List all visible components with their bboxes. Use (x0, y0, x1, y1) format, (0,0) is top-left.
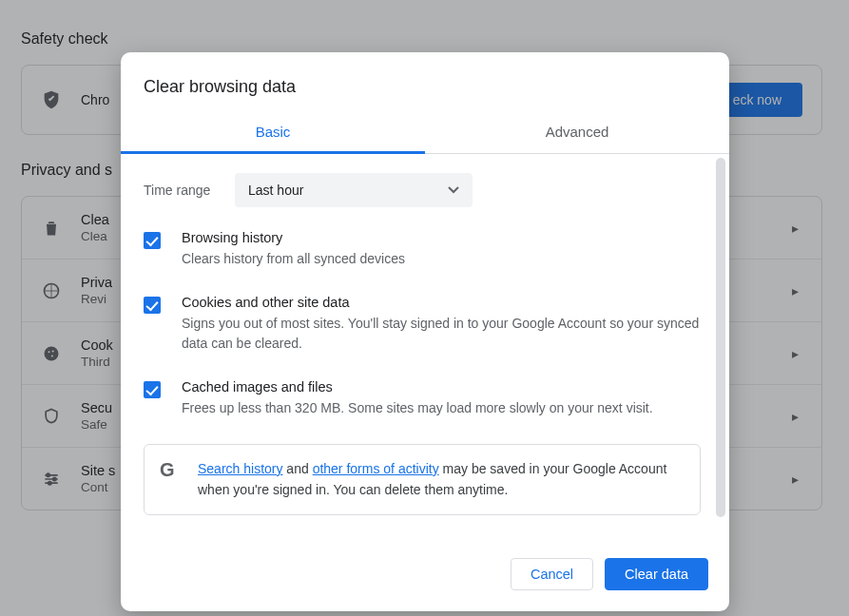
clear-data-button[interactable]: Clear data (605, 558, 708, 590)
google-logo-icon: G (160, 460, 181, 479)
notice-message: Search history and other forms of activi… (198, 458, 685, 501)
checkbox-cache[interactable] (144, 381, 161, 398)
dialog-body: Time range Last hour Browsing history Cl… (121, 154, 729, 536)
google-account-notice: G Search history and other forms of acti… (144, 444, 701, 515)
link-other-activity[interactable]: other forms of activity (313, 461, 439, 476)
dialog-title: Clear browsing data (121, 52, 729, 114)
time-range-value: Last hour (248, 183, 303, 198)
option-description: Frees up less than 320 MB. Some sites ma… (182, 398, 653, 419)
option-title: Cached images and files (182, 379, 653, 395)
cancel-button[interactable]: Cancel (511, 558, 593, 590)
time-range-select[interactable]: Last hour (235, 173, 473, 207)
checkbox-cookies[interactable] (144, 297, 161, 314)
tab-basic[interactable]: Basic (121, 114, 425, 153)
notice-text: and (282, 461, 312, 476)
chevron-down-icon (448, 186, 459, 194)
option-description: Signs you out of most sites. You'll stay… (182, 314, 701, 355)
option-cache: Cached images and files Frees up less th… (144, 379, 701, 419)
option-browsing-history: Browsing history Clears history from all… (144, 230, 701, 270)
dialog-actions: Cancel Clear data (121, 536, 729, 611)
option-cookies: Cookies and other site data Signs you ou… (144, 295, 701, 355)
option-description: Clears history from all synced devices (182, 249, 405, 270)
time-range-label: Time range (144, 183, 235, 198)
tab-advanced[interactable]: Advanced (425, 114, 729, 153)
scrollbar[interactable] (716, 158, 725, 532)
time-range-row: Time range Last hour (144, 173, 701, 207)
option-title: Browsing history (182, 230, 405, 245)
scrollbar-thumb[interactable] (716, 158, 725, 517)
dialog-tabs: Basic Advanced (121, 114, 729, 154)
link-search-history[interactable]: Search history (198, 461, 282, 476)
clear-browsing-data-dialog: Clear browsing data Basic Advanced Time … (121, 52, 729, 611)
option-title: Cookies and other site data (182, 295, 701, 310)
checkbox-browsing-history[interactable] (144, 232, 161, 249)
